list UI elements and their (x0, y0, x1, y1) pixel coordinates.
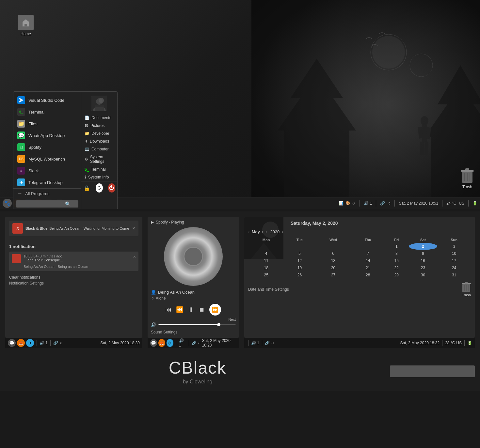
telegram-taskbar-icon[interactable]: ✈ (26, 339, 34, 347)
right-pictures[interactable]: 🖼 Pictures (81, 122, 117, 130)
right-system-settings[interactable]: ⚙ System Settings (81, 153, 117, 165)
day-28[interactable]: 28 (352, 271, 384, 279)
day-9[interactable]: 9 (409, 250, 438, 257)
panels-row: ♫ Black & Blue Being As An Ocean - Waiti… (0, 211, 480, 338)
search-input[interactable] (18, 202, 64, 206)
google-button[interactable]: G (96, 183, 103, 193)
day-1[interactable]: 1 (384, 243, 409, 250)
firefox-music-icon[interactable]: 🦊 (158, 339, 165, 347)
right-terminal[interactable]: $_ Terminal (81, 165, 117, 173)
taskbar-icon-0[interactable]: 🐾 (3, 199, 12, 208)
date-time-settings-link[interactable]: Date and Time Settings (248, 287, 289, 292)
day-27[interactable]: 27 (315, 271, 352, 279)
day-14[interactable]: 14 (352, 257, 384, 264)
rewind-button[interactable]: ⏪ (176, 306, 183, 313)
clear-notifications-link[interactable]: Clear notifications (9, 275, 138, 280)
prev-button[interactable]: ⏮ (166, 306, 171, 313)
day-4[interactable]: 4 (248, 250, 284, 257)
day-7[interactable]: 7 (352, 250, 384, 257)
next-button[interactable]: ⏩ (209, 304, 221, 316)
lock-button[interactable]: 🔒 (83, 183, 90, 193)
firefox-icon[interactable]: 🦊 (17, 339, 25, 347)
slack-icon: # (17, 167, 25, 175)
app-mysql[interactable]: DB MySQL Workbench (13, 153, 81, 165)
right-system-info[interactable]: ℹ System Info (81, 173, 117, 181)
trash-desktop-icon[interactable]: Trash (459, 168, 475, 189)
day-25[interactable]: 25 (248, 271, 284, 279)
all-programs-label: All Programs (25, 191, 49, 196)
day-6[interactable]: 6 (315, 250, 352, 257)
day-22[interactable]: 22 (384, 264, 409, 271)
day-29[interactable]: 29 (384, 271, 409, 279)
power-button[interactable]: ⏻ (108, 183, 115, 193)
day-10[interactable]: 10 (437, 250, 471, 257)
right-downloads[interactable]: ⬇ Downloads (81, 137, 117, 145)
day-2[interactable]: 2 (409, 243, 438, 250)
day-13[interactable]: 13 (315, 257, 352, 264)
day-17[interactable]: 17 (437, 257, 471, 264)
next-month-button[interactable]: › (262, 229, 264, 234)
discord-icon[interactable]: 💬 (8, 339, 16, 347)
app-files[interactable]: 📁 Files (13, 118, 81, 130)
day-18[interactable]: 18 (248, 264, 284, 271)
app-terminal[interactable]: $_ Terminal (13, 106, 81, 118)
app-telegram-label: Telegram Desktop (28, 180, 63, 185)
music-song: Alone (156, 296, 166, 301)
cal-power[interactable]: 🔋 (467, 341, 472, 345)
prev-month-button[interactable]: ‹ (248, 229, 250, 234)
right-computer[interactable]: 💻 Computer (81, 145, 117, 153)
app-vscode[interactable]: Visual Studio Code (13, 94, 81, 106)
day-12[interactable]: 12 (284, 257, 315, 264)
day-24[interactable]: 24 (437, 264, 471, 271)
search-bar[interactable]: 🔍 (16, 200, 78, 208)
day-11[interactable]: 11 (248, 257, 284, 264)
music-note-icon: ♫ (388, 201, 391, 206)
day-8[interactable]: 8 (384, 250, 409, 257)
day-26[interactable]: 26 (284, 271, 315, 279)
wallpaper (251, 0, 480, 209)
next-year-button[interactable]: › (281, 229, 283, 234)
power-icon[interactable]: 🔋 (472, 201, 477, 206)
prev-year-button[interactable]: ‹ (265, 229, 267, 234)
day-5[interactable]: 5 (284, 250, 315, 257)
week-3: 11 12 13 14 15 16 17 (248, 257, 471, 264)
right-developer[interactable]: 📁 Developer (81, 130, 117, 137)
app-whatsapp[interactable]: 💬 WhatsApp Desktop (13, 130, 81, 141)
song-notification: ♫ Black & Blue Being As An Ocean - Waiti… (9, 221, 138, 236)
progress-bar[interactable] (158, 324, 236, 325)
notif-close-icon[interactable]: × (133, 254, 136, 259)
search-box-panel[interactable] (390, 365, 475, 377)
svg-rect-10 (424, 142, 428, 155)
pause-button[interactable]: ⏸ (188, 306, 194, 314)
day-21[interactable]: 21 (352, 264, 384, 271)
day-31[interactable]: 31 (437, 271, 471, 279)
notification-settings-link[interactable]: Notification Settings (9, 281, 138, 286)
music-header: ▶ Spotify - Playing (151, 220, 236, 224)
calendar-trash-icon[interactable]: Trash (462, 282, 471, 297)
right-documents[interactable]: 📄 Documents (81, 114, 117, 122)
telegram-music-icon[interactable]: ✈ (167, 339, 173, 347)
day-20[interactable]: 20 (315, 264, 352, 271)
app-slack-label: Slack (28, 168, 39, 173)
day-30[interactable]: 30 (409, 271, 438, 279)
app-slack[interactable]: # Slack (13, 165, 81, 177)
home-desktop-icon[interactable]: Home (18, 15, 34, 36)
discord-music-icon[interactable]: 💬 (150, 339, 157, 347)
all-programs-row[interactable]: → All Programs (13, 188, 81, 198)
stop-button[interactable]: ⏹ (199, 306, 205, 313)
cal-taskbar: 🔊 1 🔗 ♫ Sat, 2 May 2020 18:32 28 °C US 🔋 (244, 338, 475, 348)
close-notification-icon[interactable]: × (132, 225, 135, 231)
day-23[interactable]: 23 (409, 264, 438, 271)
notif-count: 1 notification (9, 244, 138, 249)
day-19[interactable]: 19 (284, 264, 315, 271)
app-telegram[interactable]: ✈ Telegram Desktop (13, 177, 81, 188)
day-15[interactable]: 15 (384, 257, 409, 264)
sound-settings-link[interactable]: Sound Settings (151, 330, 236, 334)
app-spotify[interactable]: ♫ Spotify (13, 141, 81, 153)
day-3[interactable]: 3 (437, 243, 471, 250)
day-16[interactable]: 16 (409, 257, 438, 264)
cal-region: US (456, 341, 462, 345)
artist-icon: 👤 (151, 290, 156, 295)
app-whatsapp-label: WhatsApp Desktop (28, 133, 65, 138)
net-icon: 🔗 (53, 341, 58, 345)
